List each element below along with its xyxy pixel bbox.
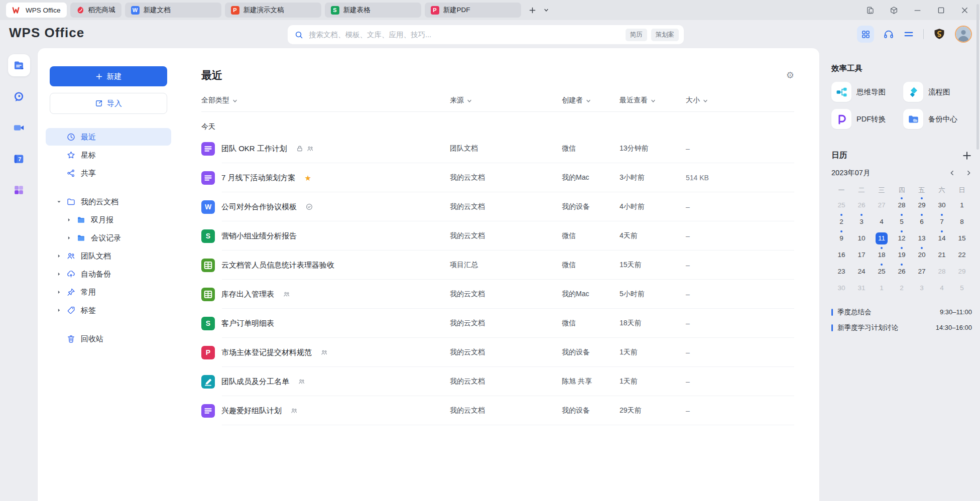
tab-WPS Office[interactable]: WPS Office — [6, 3, 67, 18]
tab-新建文档[interactable]: W新建文档 — [125, 3, 221, 18]
filter-来源[interactable]: 来源 — [450, 96, 562, 105]
calendar-day-2[interactable]: 2 — [831, 213, 851, 230]
filter-最近查看[interactable]: 最近查看 — [620, 96, 686, 105]
calendar-day-14[interactable]: 14 — [932, 230, 952, 246]
sidebar-item-回收站[interactable]: 回收站 — [46, 330, 171, 347]
calendar-day-25[interactable]: 25 — [831, 197, 851, 213]
calendar-day-30[interactable]: 30 — [831, 280, 851, 296]
device-preview-icon[interactable] — [866, 6, 875, 15]
maximize-icon[interactable] — [937, 6, 945, 15]
calendar-day-16[interactable]: 16 — [831, 246, 851, 263]
rail-item-meeting[interactable] — [8, 116, 30, 139]
caret-right-icon[interactable] — [56, 289, 62, 295]
search-tag[interactable]: 简历 — [626, 29, 647, 41]
sidebar-item-双月报[interactable]: 双月报 — [46, 211, 171, 228]
calendar-day-2[interactable]: 2 — [892, 280, 912, 296]
rail-item-apps[interactable] — [8, 179, 30, 201]
gear-icon[interactable]: ⚙ — [786, 71, 794, 80]
sidebar-item-共享[interactable]: 共享 — [46, 164, 171, 182]
table-row[interactable]: W公司对外合作协议模板我的云文档我的设备4小时前– — [201, 192, 794, 221]
calendar-day-9[interactable]: 9 — [831, 230, 851, 246]
workspace-cube-icon[interactable] — [890, 6, 898, 15]
rail-item-chat[interactable] — [8, 85, 30, 107]
calendar-day-3[interactable]: 3 — [912, 280, 932, 296]
sidebar-item-会议记录[interactable]: 会议记录 — [46, 229, 171, 246]
new-document-button[interactable]: 新建 — [50, 66, 167, 86]
sidebar-item-我的云文档[interactable]: 我的云文档 — [46, 193, 171, 210]
calendar-event[interactable]: 季度总结会9:30–11:00 — [831, 304, 972, 320]
rail-item-docs[interactable] — [8, 54, 30, 76]
table-row[interactable]: 库存出入管理表我的云文档我的Mac5小时前– — [201, 280, 794, 309]
calendar-day-15[interactable]: 15 — [952, 230, 972, 246]
caret-right-icon[interactable] — [56, 271, 62, 277]
table-row[interactable]: S客户订单明细表我的云文档微信18天前– — [201, 309, 794, 338]
calendar-next-icon[interactable] — [965, 170, 972, 176]
tool-流程图[interactable]: 流程图 — [903, 82, 972, 102]
calendar-day-19[interactable]: 19 — [892, 246, 912, 263]
tab-稻壳商城[interactable]: 稻壳商城 — [70, 3, 121, 18]
caret-down-icon[interactable] — [56, 198, 62, 205]
import-button[interactable]: 导入 — [50, 93, 167, 114]
calendar-day-25[interactable]: 25 — [872, 263, 892, 280]
calendar-day-3[interactable]: 3 — [851, 213, 872, 230]
sidebar-item-自动备份[interactable]: 自动备份 — [46, 265, 171, 283]
sidebar-item-常用[interactable]: 常用 — [46, 283, 171, 301]
calendar-day-6[interactable]: 6 — [912, 213, 932, 230]
calendar-day-29[interactable]: 29 — [912, 197, 932, 213]
calendar-day-26[interactable]: 26 — [892, 263, 912, 280]
sidebar-item-最近[interactable]: 最近 — [46, 128, 171, 146]
table-row[interactable]: 7 月线下活动策划方案★我的云文档我的Mac3小时前514 KB — [201, 163, 794, 192]
headset-button[interactable] — [883, 29, 894, 40]
calendar-day-4[interactable]: 4 — [932, 280, 952, 296]
calendar-day-4[interactable]: 4 — [872, 213, 892, 230]
sidebar-item-星标[interactable]: 星标 — [46, 146, 171, 164]
caret-right-icon[interactable] — [56, 307, 62, 313]
search-tag[interactable]: 策划案 — [651, 29, 679, 41]
tool-思维导图[interactable]: 思维导图 — [831, 82, 900, 102]
member-badge[interactable] — [933, 28, 946, 41]
caret-right-icon[interactable] — [66, 234, 72, 241]
calendar-day-27[interactable]: 27 — [912, 263, 932, 280]
calendar-prev-icon[interactable] — [949, 170, 955, 176]
caret-right-icon[interactable] — [66, 216, 72, 223]
sidebar-item-标签[interactable]: 标签 — [46, 301, 171, 319]
tab-新建PDF[interactable]: P新建PDF — [425, 3, 521, 18]
tool-PDF转换[interactable]: PDF转换 — [831, 109, 900, 129]
calendar-day-18[interactable]: 18 — [872, 246, 892, 263]
caret-right-icon[interactable] — [56, 253, 62, 259]
calendar-day-26[interactable]: 26 — [851, 197, 872, 213]
new-tab-button[interactable] — [526, 4, 539, 17]
calendar-day-7[interactable]: 7 — [932, 213, 952, 230]
sidebar-item-团队文档[interactable]: 团队文档 — [46, 247, 171, 265]
calendar-day-20[interactable]: 20 — [912, 246, 932, 263]
tab-list-dropdown[interactable] — [541, 5, 551, 15]
calendar-day-13[interactable]: 13 — [912, 230, 932, 246]
calendar-day-28[interactable]: 28 — [892, 197, 912, 213]
calendar-day-28[interactable]: 28 — [932, 263, 952, 280]
calendar-day-8[interactable]: 8 — [952, 213, 972, 230]
calendar-day-17[interactable]: 17 — [851, 246, 872, 263]
calendar-day-1[interactable]: 1 — [872, 280, 892, 296]
table-row[interactable]: 云文档管人员信息统计表理器验收项目汇总微信15天前– — [201, 250, 794, 280]
calendar-day-29[interactable]: 29 — [952, 263, 972, 280]
search-input[interactable] — [308, 30, 626, 39]
calendar-day-22[interactable]: 22 — [952, 246, 972, 263]
calendar-day-23[interactable]: 23 — [831, 263, 851, 280]
tool-备份中心[interactable]: 备份中心 — [903, 109, 972, 129]
table-row[interactable]: S营销小组业绩分析报告我的云文档微信4天前– — [201, 221, 794, 250]
filter-大小[interactable]: 大小 — [686, 96, 794, 105]
calendar-day-5[interactable]: 5 — [952, 280, 972, 296]
add-event-icon[interactable] — [962, 151, 972, 161]
table-row[interactable]: 团队成员及分工名单我的云文档陈旭 共享1天前– — [201, 367, 794, 396]
calendar-day-5[interactable]: 5 — [892, 213, 912, 230]
table-row[interactable]: 团队 OKR 工作计划团队文档微信13分钟前– — [201, 134, 794, 163]
tab-新建演示文稿[interactable]: P新建演示文稿 — [225, 3, 321, 18]
calendar-day-31[interactable]: 31 — [851, 280, 872, 296]
calendar-event[interactable]: 新季度学习计划讨论14:30–16:00 — [831, 320, 972, 335]
minimize-icon[interactable] — [913, 6, 922, 15]
table-row[interactable]: 兴趣爱好组队计划我的云文档我的设备29天前– — [201, 396, 794, 425]
calendar-day-11[interactable]: 11 — [872, 230, 892, 246]
menu-lines-button[interactable] — [903, 29, 914, 40]
rail-item-calendar7[interactable]: 7 — [8, 148, 30, 170]
table-row[interactable]: P市场主体登记提交材料规范我的云文档我的设备1天前– — [201, 338, 794, 367]
